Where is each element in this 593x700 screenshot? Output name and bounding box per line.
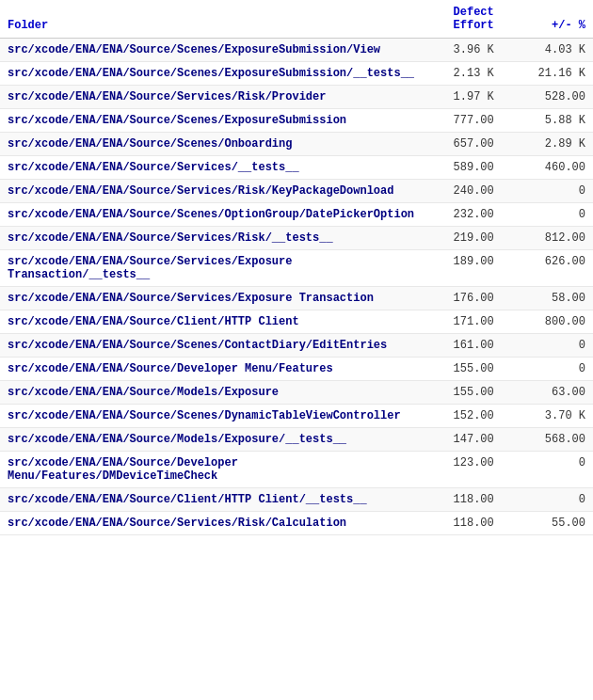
table-row: src/xcode/ENA/ENA/Source/Scenes/Onboardi… [0,133,593,156]
defect-cell: 176.00 [422,287,502,310]
folder-cell: src/xcode/ENA/ENA/Source/Scenes/Onboardi… [0,133,422,156]
defect-cell: 118.00 [422,512,502,535]
table-row: src/xcode/ENA/ENA/Source/Services/Risk/K… [0,180,593,203]
folder-cell: src/xcode/ENA/ENA/Source/Scenes/ContactD… [0,334,422,358]
table-row: src/xcode/ENA/ENA/Source/Scenes/Exposure… [0,62,593,86]
defect-cell: 232.00 [422,203,502,227]
defect-cell: 777.00 [422,109,502,133]
table-row: src/xcode/ENA/ENA/Source/Scenes/ContactD… [0,334,593,358]
plusminus-cell: 0 [502,334,593,358]
folder-cell: src/xcode/ENA/ENA/Source/Models/Exposure… [0,428,422,452]
plusminus-cell: 0 [502,488,593,512]
plusminus-cell: 2.89 K [502,133,593,156]
defect-cell: 155.00 [422,358,502,381]
table-row: src/xcode/ENA/ENA/Source/Scenes/Exposure… [0,39,593,62]
table-row: src/xcode/ENA/ENA/Source/Services/Risk/P… [0,86,593,109]
folder-cell: src/xcode/ENA/ENA/Source/Services/Risk/C… [0,512,422,535]
folder-cell: src/xcode/ENA/ENA/Source/Services/Exposu… [0,250,422,287]
folder-cell: src/xcode/ENA/ENA/Source/Client/HTTP Cli… [0,488,422,512]
defect-cell: 118.00 [422,488,502,512]
table-row: src/xcode/ENA/ENA/Source/Services/Exposu… [0,250,593,287]
effort-label: Effort [454,19,494,32]
defect-cell: 161.00 [422,334,502,358]
defect-cell: 189.00 [422,250,502,287]
table-row: src/xcode/ENA/ENA/Source/Services/Risk/_… [0,227,593,250]
folder-cell: src/xcode/ENA/ENA/Source/Scenes/DynamicT… [0,405,422,428]
defect-cell: 240.00 [422,180,502,203]
plusminus-cell: 3.70 K [502,405,593,428]
folder-cell: src/xcode/ENA/ENA/Source/Client/HTTP Cli… [0,310,422,334]
plusminus-cell: 0 [502,180,593,203]
plusminus-cell: 0 [502,358,593,381]
table-row: src/xcode/ENA/ENA/Source/Scenes/Exposure… [0,109,593,133]
plusminus-cell: 0 [502,452,593,488]
plusminus-cell: 800.00 [502,310,593,334]
folder-cell: src/xcode/ENA/ENA/Source/Models/Exposure [0,381,422,405]
table-row: src/xcode/ENA/ENA/Source/Developer Menu/… [0,452,593,488]
table-header: Folder Defect Effort +/- % [0,0,593,39]
plusminus-cell: 626.00 [502,250,593,287]
folder-cell: src/xcode/ENA/ENA/Source/Services/Risk/P… [0,86,422,109]
folder-cell: src/xcode/ENA/ENA/Source/Developer Menu/… [0,358,422,381]
folder-cell: src/xcode/ENA/ENA/Source/Scenes/Exposure… [0,39,422,62]
folder-cell: src/xcode/ENA/ENA/Source/Services/Exposu… [0,287,422,310]
table-row: src/xcode/ENA/ENA/Source/Scenes/OptionGr… [0,203,593,227]
defect-cell: 123.00 [422,452,502,488]
defect-cell: 589.00 [422,156,502,180]
plusminus-cell: 568.00 [502,428,593,452]
folder-cell: src/xcode/ENA/ENA/Source/Scenes/Exposure… [0,109,422,133]
defect-label: Defect [454,6,494,19]
plusminus-cell: 460.00 [502,156,593,180]
defect-cell: 657.00 [422,133,502,156]
table-row: src/xcode/ENA/ENA/Source/Scenes/DynamicT… [0,405,593,428]
folder-label: Folder [8,19,48,32]
table-row: src/xcode/ENA/ENA/Source/Client/HTTP Cli… [0,488,593,512]
data-table: Folder Defect Effort +/- % src/xcode/ENA… [0,0,593,535]
defect-cell: 1.97 K [422,86,502,109]
header-folder: Folder [0,0,422,39]
plusminus-cell: 5.88 K [502,109,593,133]
header-plusminus: +/- % [502,0,593,39]
table-row: src/xcode/ENA/ENA/Source/Developer Menu/… [0,358,593,381]
plusminus-cell: 0 [502,203,593,227]
table-row: src/xcode/ENA/ENA/Source/Services/Exposu… [0,287,593,310]
folder-cell: src/xcode/ENA/ENA/Source/Developer Menu/… [0,452,422,488]
table-row: src/xcode/ENA/ENA/Source/Services/Risk/C… [0,512,593,535]
plusminus-cell: 63.00 [502,381,593,405]
header-defect: Defect Effort [422,0,502,39]
plusminus-cell: 812.00 [502,227,593,250]
table-body: src/xcode/ENA/ENA/Source/Scenes/Exposure… [0,39,593,535]
defect-cell: 2.13 K [422,62,502,86]
plusminus-label: +/- % [552,19,585,32]
defect-cell: 171.00 [422,310,502,334]
folder-cell: src/xcode/ENA/ENA/Source/Services/Risk/K… [0,180,422,203]
defect-cell: 152.00 [422,405,502,428]
table-row: src/xcode/ENA/ENA/Source/Models/Exposure… [0,381,593,405]
plusminus-cell: 21.16 K [502,62,593,86]
folder-cell: src/xcode/ENA/ENA/Source/Services/__test… [0,156,422,180]
plusminus-cell: 528.00 [502,86,593,109]
defect-cell: 155.00 [422,381,502,405]
table-row: src/xcode/ENA/ENA/Source/Services/__test… [0,156,593,180]
folder-cell: src/xcode/ENA/ENA/Source/Services/Risk/_… [0,227,422,250]
defect-cell: 3.96 K [422,39,502,62]
table-row: src/xcode/ENA/ENA/Source/Models/Exposure… [0,428,593,452]
defect-cell: 147.00 [422,428,502,452]
plusminus-cell: 4.03 K [502,39,593,62]
folder-cell: src/xcode/ENA/ENA/Source/Scenes/Exposure… [0,62,422,86]
table-row: src/xcode/ENA/ENA/Source/Client/HTTP Cli… [0,310,593,334]
defect-cell: 219.00 [422,227,502,250]
plusminus-cell: 58.00 [502,287,593,310]
plusminus-cell: 55.00 [502,512,593,535]
folder-cell: src/xcode/ENA/ENA/Source/Scenes/OptionGr… [0,203,422,227]
